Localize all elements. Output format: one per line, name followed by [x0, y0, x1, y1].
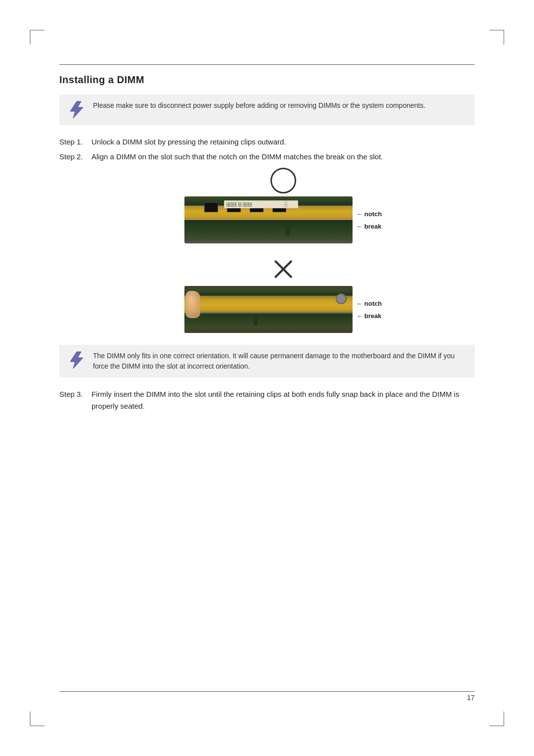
notch-label-1: ← notch: [356, 210, 382, 218]
step-1-label: Step 1.: [59, 136, 91, 148]
bottom-rule: [59, 691, 475, 692]
step-1-content: Unlock a DIMM slot by pressing the retai…: [91, 136, 475, 148]
svg-marker-1: [70, 352, 83, 369]
lightning-icon-1: [67, 100, 86, 119]
step-1: Step 1. Unlock a DIMM slot by pressing t…: [59, 136, 475, 148]
break-label-1: ← break: [356, 223, 382, 230]
step-2-content: Align a DIMM on the slot such that the n…: [91, 151, 475, 163]
diagram-correct: ||||||||| ||| |||||||| ↓ ← notch ← break: [91, 168, 475, 245]
dimm-notch-correct: [286, 226, 290, 236]
warning-text-1: Please make sure to disconnect power sup…: [93, 100, 425, 111]
dimm-cap: [336, 293, 347, 304]
top-rule: [59, 64, 475, 65]
warning-text-2: The DIMM only fits in one correct orient…: [93, 351, 467, 372]
cross-no-symbol: [270, 256, 296, 282]
step-3: Step 3. Firmly insert the DIMM into the …: [59, 388, 475, 412]
dimm-board-incorrect: [184, 286, 353, 333]
corner-mark-bl: [30, 711, 44, 726]
step-3-content: Firmly insert the DIMM into the slot unt…: [91, 388, 475, 412]
photo-incorrect-row: ← notch ← break: [184, 286, 382, 333]
lightning-icon-2: [67, 351, 86, 370]
corner-mark-tl: [30, 30, 44, 45]
notch-label-2: ← notch: [356, 300, 382, 307]
diagram-incorrect: ← notch ← break: [91, 250, 475, 335]
warning-box-2: The DIMM only fits in one correct orient…: [59, 345, 475, 378]
step-3-label: Step 3.: [59, 388, 91, 412]
down-arrow-correct: ↓: [283, 197, 288, 209]
section-title: Installing a DIMM: [59, 74, 475, 86]
break-label-2: ← break: [356, 312, 382, 320]
incorrect-labels: ← notch ← break: [356, 300, 382, 320]
step-2: Step 2. Align a DIMM on the slot such th…: [59, 151, 475, 163]
main-content: Installing a DIMM Please make sure to di…: [59, 74, 475, 682]
photo-correct-row: ||||||||| ||| |||||||| ↓ ← notch ← break: [184, 196, 382, 243]
circle-ok-symbol: [270, 168, 296, 193]
corner-mark-br: [490, 711, 504, 726]
page: 17 Installing a DIMM Please make sure to…: [0, 0, 534, 756]
dimm-photo-incorrect: [184, 286, 353, 333]
thumb: [185, 291, 200, 318]
page-number: 17: [467, 694, 475, 702]
warning-box-1: Please make sure to disconnect power sup…: [59, 94, 475, 125]
correct-labels: ← notch ← break: [356, 210, 382, 230]
dimm-photo-correct: ||||||||| ||| |||||||| ↓: [184, 196, 353, 243]
step-2-label: Step 2.: [59, 151, 91, 163]
dimm-notch-incorrect: [254, 316, 258, 325]
corner-mark-tr: [490, 30, 504, 45]
svg-marker-0: [70, 101, 83, 118]
